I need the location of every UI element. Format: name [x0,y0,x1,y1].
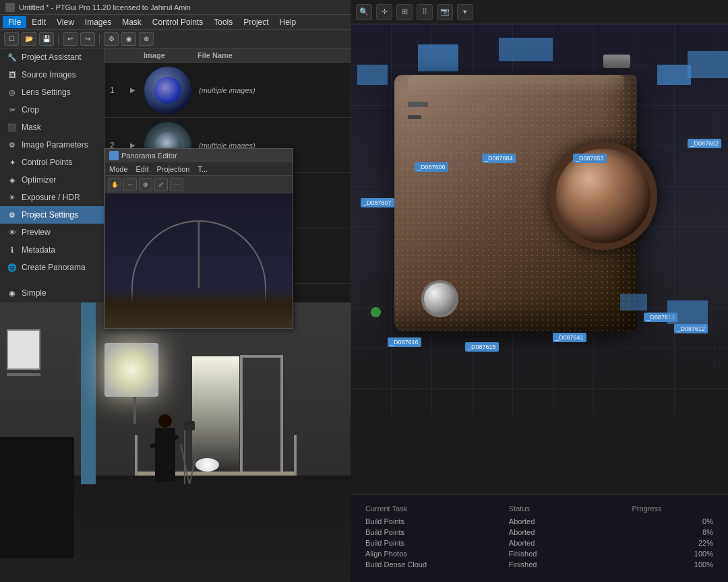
sidebar-item-metadata[interactable]: ℹ Metadata [0,241,104,259]
sidebar-item-optimizer[interactable]: ◈ Optimizer [0,171,104,189]
pano-title-bar: Panorama Editor [105,149,293,162]
view-toolbar: 🔍 ✛ ⊞ ⠿ 📷 ▾ [351,0,728,24]
status-status-3: Aborted [509,538,631,548]
sidebar-item-simple[interactable]: ◉ Simple [0,284,104,302]
menu-project[interactable]: Project [238,16,274,28]
metadata-icon: ℹ [7,245,18,255]
table-row[interactable]: 1 ▶ (multiple images) 5856 [104,63,388,118]
menu-help[interactable]: Help [274,16,302,28]
pano-icon [109,151,119,160]
menu-file[interactable]: File [3,16,26,28]
row-filename-1: (multiple images) [199,86,348,94]
chairs-dark [0,437,74,558]
extra-btn-2[interactable]: ⊕ [139,32,154,46]
col-header-filename: File Name [198,51,348,59]
whiteboard-ledge [7,373,40,376]
pano-tool-pan[interactable]: ↔ [123,178,137,191]
row-arrow-1[interactable]: ▶ [130,86,144,94]
sidebar-item-control-points[interactable]: ✦ Control Points [0,154,104,171]
menu-controlpoints[interactable]: Control Points [147,16,208,28]
person-head [158,414,172,428]
menu-tools[interactable]: Tools [208,16,238,28]
pano-tool-more[interactable]: ⋯ [170,178,183,191]
sidebar-item-exposure[interactable]: ☀ Exposure / HDR [0,189,104,206]
sidebar-label-crop: Crop [22,105,39,115]
label-D087607: _D087607 [361,198,394,207]
door-frame-top [240,355,283,358]
pano-menu-mode[interactable]: Mode [109,165,128,173]
sidebar-item-lens[interactable]: ◎ Lens Settings [0,84,104,101]
assistant-icon: 🔧 [7,52,18,63]
redo-button[interactable]: ↪ [80,32,95,46]
marker-top-4 [688,51,728,78]
light-stand [133,397,136,424]
status-panel: Current Task Status Progress Build Point… [351,494,728,582]
camera-knob [421,280,458,317]
pano-menu-edit[interactable]: Edit [136,165,149,173]
pano-toolbar: ✋ ↔ ⊕ ⤢ ⋯ [105,176,293,193]
menu-view[interactable]: View [51,16,80,28]
green-speck [371,307,381,317]
status-row-5: Build Dense Cloud Finished 100% [365,560,713,569]
pano-tool-move[interactable]: ✋ [108,178,121,191]
view-btn-grid[interactable]: ⊞ [396,4,413,20]
light-face [104,343,158,397]
pano-title: Panorama Editor [121,152,177,160]
marker-left-top [357,65,388,85]
sidebar-item-project-settings[interactable]: ⚙ Project Settings [0,206,104,224]
door-frame-left [240,355,243,473]
view-btn-dots[interactable]: ⠿ [417,4,433,20]
app-title: Untitled * - PTGui Pro 11.20 licensed to… [19,3,191,11]
sidebar-item-crop[interactable]: ✂ Crop [0,101,104,119]
pano-tool-zoom[interactable]: ⊕ [139,178,152,191]
sidebar-item-mask[interactable]: ⬛ Mask [0,119,104,136]
panorama-editor: Panorama Editor Mode Edit Projection T..… [104,148,293,329]
params-icon: ⚙ [7,139,18,150]
camera-detail-2 [408,115,421,119]
status-task-3: Build Points [365,538,508,548]
status-row-3: Build Points Aborted 22% [365,538,713,548]
sidebar-item-image-params[interactable]: ⚙ Image Parameters [0,136,104,154]
menu-images[interactable]: Images [80,16,117,28]
sidebar-label-mask: Mask [22,123,41,132]
pano-tool-fit[interactable]: ⤢ [154,178,168,191]
pano-menu-t[interactable]: T... [198,165,208,173]
label-D087615: _D087615 [465,342,499,352]
status-progress-5: 100% [632,560,713,569]
door-frame-right [280,355,283,473]
tripod-legs [179,430,200,484]
sidebar-item-preview[interactable]: 👁 Preview [0,224,104,241]
studio-scene [0,302,351,582]
status-row-4: Align Photos Finished 100% [365,549,713,558]
simple-icon: ◉ [7,288,18,298]
settings-button[interactable]: ⚙ [104,32,119,46]
studio-pillar [81,302,96,484]
pano-menu-projection[interactable]: Projection [157,165,190,173]
sidebar-label-assistant: Project Assistant [22,53,82,62]
view-btn-more[interactable]: ▾ [457,4,473,20]
save-button[interactable]: 💾 [39,32,54,46]
view-btn-zoomout[interactable]: 🔍 [356,4,372,20]
sidebar-item-assistant[interactable]: 🔧 Project Assistant [0,48,104,66]
sidebar-item-create-panorama[interactable]: 🌐 Create Panorama [0,259,104,276]
table-leg-2 [294,435,297,476]
status-task-4: Align Photos [365,549,508,558]
table-header: Image File Name Width [104,48,388,63]
new-button[interactable]: ☐ [4,32,19,46]
right-panel: 🔍 ✛ ⊞ ⠿ 📷 ▾ [351,0,728,582]
sidebar-label-params: Image Parameters [22,140,88,150]
undo-button[interactable]: ↩ [63,32,78,46]
open-button[interactable]: 📂 [22,32,36,46]
menu-edit[interactable]: Edit [26,16,51,28]
sidebar-item-source-images[interactable]: 🖼 Source Images [0,66,104,84]
view-btn-move[interactable]: ✛ [376,4,392,20]
toolbar-separator-2 [99,34,100,44]
menu-mask[interactable]: Mask [117,16,147,28]
tripod [179,421,200,484]
tripod-leg-right [189,444,199,484]
status-task-5: Build Dense Cloud [365,560,508,569]
whiteboard [7,329,40,370]
camera-top-highlight [408,75,624,95]
extra-btn-1[interactable]: ◉ [121,32,136,46]
view-btn-camera[interactable]: 📷 [437,4,453,20]
